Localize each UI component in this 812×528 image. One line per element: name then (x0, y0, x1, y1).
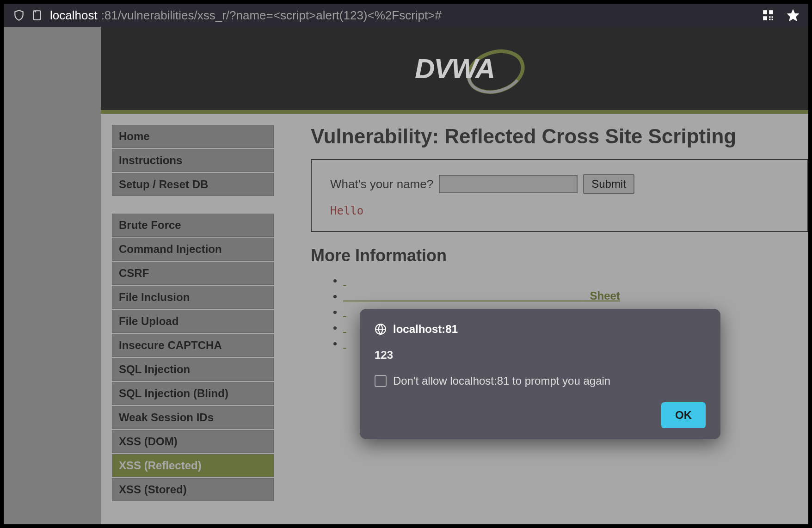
sidebar-item-setup[interactable]: Setup / Reset DB (112, 173, 274, 196)
list-item: _Sheet (343, 289, 808, 302)
more-info-heading: More Information (311, 246, 808, 265)
url-host: localhost (50, 8, 98, 23)
sidebar-item-xss-dom[interactable]: XSS (DOM) (112, 430, 274, 453)
form-label: What's your name? (330, 177, 433, 191)
info-link[interactable] (343, 305, 346, 318)
sidebar-item-xss-stored[interactable]: XSS (Stored) (112, 478, 274, 501)
submit-button[interactable]: Submit (583, 174, 634, 194)
alert-origin-text: localhost:81 (393, 323, 458, 336)
globe-icon (375, 323, 387, 335)
browser-url-bar: localhost:81/vulnerabilities/xss_r/?name… (0, 0, 812, 27)
info-link[interactable] (343, 321, 346, 333)
alert-message: 123 (375, 349, 706, 362)
dvwa-logo: DVWA (415, 53, 494, 85)
page-info-icon[interactable] (31, 9, 43, 21)
accent-divider (101, 110, 808, 114)
info-link[interactable] (343, 274, 346, 286)
alert-origin: localhost:81 (375, 323, 706, 336)
page-viewport: DVWA Home Instructions Setup / Reset DB … (0, 27, 812, 528)
javascript-alert-dialog: localhost:81 123 Don't allow localhost:8… (360, 309, 720, 439)
sidebar-item-sql-injection[interactable]: SQL Injection (112, 358, 274, 381)
sidebar-item-csrf[interactable]: CSRF (112, 262, 274, 285)
sidebar-item-xss-reflected[interactable]: XSS (Reflected) (112, 454, 274, 477)
name-input[interactable] (439, 175, 578, 193)
list-item (343, 274, 808, 287)
alert-suppress-label: Don't allow localhost:81 to prompt you a… (393, 375, 610, 387)
sidebar: Home Instructions Setup / Reset DB Brute… (112, 125, 274, 502)
svg-rect-2 (763, 16, 767, 20)
sidebar-item-file-inclusion[interactable]: File Inclusion (112, 286, 274, 309)
sidebar-item-instructions[interactable]: Instructions (112, 149, 274, 172)
sidebar-item-brute-force[interactable]: Brute Force (112, 214, 274, 237)
shield-icon (13, 9, 25, 21)
svg-rect-1 (769, 10, 773, 14)
sidebar-item-insecure-captcha[interactable]: Insecure CAPTCHA (112, 334, 274, 357)
form-box: What's your name? Submit Hello (311, 159, 808, 232)
sidebar-item-sql-injection-blind[interactable]: SQL Injection (Blind) (112, 382, 274, 405)
svg-rect-0 (763, 10, 767, 14)
site-header: DVWA (101, 27, 808, 110)
page-content: DVWA Home Instructions Setup / Reset DB … (101, 27, 808, 524)
sidebar-item-file-upload[interactable]: File Upload (112, 310, 274, 333)
qr-grid-icon[interactable] (762, 9, 774, 21)
sidebar-item-command-injection[interactable]: Command Injection (112, 238, 274, 261)
page-title: Vulnerability: Reflected Cross Site Scri… (311, 125, 808, 148)
alert-ok-button[interactable]: OK (661, 402, 706, 428)
logo-text: DVWA (415, 53, 494, 85)
sidebar-item-weak-session-ids[interactable]: Weak Session IDs (112, 406, 274, 429)
output-text: Hello (330, 204, 789, 217)
url-text[interactable]: localhost:81/vulnerabilities/xss_r/?name… (50, 8, 749, 23)
info-link[interactable] (343, 337, 346, 349)
alert-suppress-row[interactable]: Don't allow localhost:81 to prompt you a… (375, 375, 706, 387)
bookmark-star-icon[interactable] (787, 9, 799, 21)
sidebar-item-home[interactable]: Home (112, 125, 274, 148)
alert-suppress-checkbox[interactable] (375, 375, 387, 387)
url-path: :81/vulnerabilities/xss_r/?name=<script>… (101, 8, 442, 23)
info-link[interactable]: _Sheet (343, 289, 620, 302)
